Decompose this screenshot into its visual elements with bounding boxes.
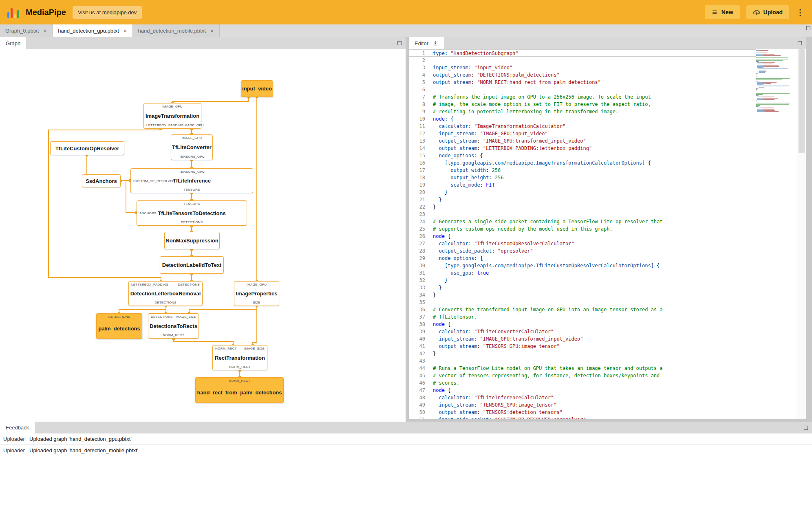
editor-scrollbar[interactable] <box>797 49 806 419</box>
file-tab-Graph_0.pbtxt[interactable]: Graph_0.pbtxt× <box>0 24 53 37</box>
line-number: 20 <box>409 189 425 196</box>
file-tab-hand_detection_gpu.pbtxt[interactable]: hand_detection_gpu.pbtxt× <box>53 24 132 37</box>
code-text: # Runs a TensorFlow Lite model on GPU th… <box>425 365 663 372</box>
tab-editor[interactable]: Editor <box>409 37 444 49</box>
editor-code-area[interactable]: 1type: "HandDetectionSubgraph"23input_st… <box>409 49 806 419</box>
close-icon[interactable]: × <box>43 27 47 34</box>
line-number: 48 <box>409 394 425 401</box>
code-text: node { <box>425 321 450 328</box>
menu-icon <box>711 9 718 15</box>
node-ports: SIZE <box>234 301 279 306</box>
code-text: calculator: "TfLiteConverterCalculator" <box>425 328 554 335</box>
feedback-panel-strip: Feedback <box>0 422 812 433</box>
node-title: DetectionsToRects <box>148 319 199 333</box>
code-text: # Generates a single side packet contain… <box>425 218 663 225</box>
graph-tab-label: Graph <box>6 40 20 46</box>
graph-node-palm_detections[interactable]: DETECTIONSpalm_detections <box>96 313 142 339</box>
port-label: TENSORS <box>183 202 200 206</box>
port-label: DETECTIONS <box>151 315 173 319</box>
line-number: 4 <box>409 71 425 79</box>
code-text: input_stream: "IMAGE_GPU:input_video" <box>425 130 548 137</box>
close-icon[interactable]: × <box>210 27 214 34</box>
code-text: # scores. <box>425 379 459 387</box>
graph-canvas[interactable]: input_videoIMAGE_GPUImageTransformationL… <box>0 49 406 422</box>
line-number: 41 <box>409 343 425 350</box>
node-ports: NORM_RECT <box>213 365 267 370</box>
feedback-source: Uploader <box>3 447 29 453</box>
port-label: NORM_RECT <box>229 365 250 369</box>
graph-node-ImageTransformation[interactable]: IMAGE_GPUImageTransformationLETTERBOX_PA… <box>143 103 201 129</box>
graph-edge-14 <box>253 306 257 345</box>
mediapipe-dev-link[interactable]: mediapipe.dev <box>102 9 137 15</box>
port-label: CUSTOM_OP_RESOLVER <box>133 179 175 183</box>
code-text: node { <box>425 387 450 394</box>
code-line-15: 15 node_options: { <box>409 152 756 159</box>
code-text: # Converts the transformed input image o… <box>425 306 663 313</box>
code-line-1: 1type: "HandDetectionSubgraph" <box>409 49 756 57</box>
line-number: 29 <box>409 255 425 262</box>
node-ports: LETTERBOX_PADDINGDETECTIONS <box>129 282 202 286</box>
code-text: [type.googleapis.com/mediapipe.ImageTran… <box>425 159 651 167</box>
workspace-maximize-icon[interactable] <box>806 26 811 31</box>
new-button[interactable]: New <box>705 5 740 19</box>
port-label: IMAGE_GPU <box>162 105 182 108</box>
line-number: 51 <box>409 416 425 419</box>
feedback-message: Uploaded graph 'hand_detection_mobile.pb… <box>29 447 138 453</box>
node-ports: DETECTIONSIMAGE_SIZE <box>148 314 199 319</box>
tab-feedback[interactable]: Feedback <box>0 422 35 433</box>
graph-node-NonMaxSuppression[interactable]: NonMaxSuppression <box>164 232 220 249</box>
editor-minimap[interactable] <box>756 50 797 419</box>
file-tab-hand_detection_mobile.pbtxt[interactable]: hand_detection_mobile.pbtxt× <box>133 24 220 37</box>
graph-node-SsdAnchors[interactable]: SsdAnchors <box>82 174 121 187</box>
feedback-maximize-icon[interactable] <box>803 425 808 430</box>
code-text: output_stream: "IMAGE_GPU:transformed_in… <box>425 137 586 145</box>
graph-maximize-icon[interactable] <box>397 41 402 46</box>
code-line-34: 34} <box>409 291 756 299</box>
port-label: NORM_RECT <box>215 347 236 350</box>
graph-node-ImageProperties[interactable]: IMAGE_GPUImagePropertiesSIZE <box>234 281 279 306</box>
code-text <box>425 299 433 306</box>
kebab-menu-icon[interactable]: ⋮ <box>796 5 805 19</box>
graph-node-TfLiteCustomOpResolver[interactable]: TfLiteCustomOpResolver <box>50 141 124 155</box>
code-text: node_options: { <box>425 152 483 159</box>
code-line-36: 36# Converts the transformed input image… <box>409 306 756 313</box>
code-line-30: 30 [type.googleapis.com/mediapipe.TfLite… <box>409 262 756 269</box>
code-text: calculator: "TfLiteCustomOpResolverCalcu… <box>425 240 574 247</box>
code-text: input_side_packet: "CUSTOM_OP_RESOLVER:o… <box>425 416 586 419</box>
code-text: input_stream: "input_video" <box>425 64 512 71</box>
code-line-48: 48 calculator: "TfLiteInferenceCalculato… <box>409 394 756 401</box>
graph-node-input_video[interactable]: input_video <box>241 80 273 97</box>
node-ports: IMAGE_GPU <box>234 282 279 286</box>
close-icon[interactable]: × <box>124 27 127 34</box>
code-text: scale_mode: FIT <box>425 181 495 189</box>
upload-button[interactable]: Upload <box>746 5 789 19</box>
line-number: 10 <box>409 115 425 123</box>
code-line-28: 28 output_side_packet: "opresolver" <box>409 247 756 255</box>
line-number: 39 <box>409 328 425 335</box>
port-label: DETECTIONS <box>181 220 203 224</box>
graph-node-TfLiteConverter[interactable]: IMAGE_GPUTfLiteConverterTENSORS_GPU <box>171 134 213 160</box>
graph-node-TfLiteInference[interactable]: TENSORS_GPUTfLiteInferenceTENSORSCUSTOM_… <box>130 168 253 193</box>
code-lines[interactable]: 1type: "HandDetectionSubgraph"23input_st… <box>409 49 756 419</box>
editor-maximize-icon[interactable] <box>797 41 802 46</box>
tab-graph[interactable]: Graph <box>0 37 26 49</box>
port-label: TENSORS_GPU <box>179 170 205 174</box>
code-text: # image, the scale_mode option is set to… <box>425 101 651 108</box>
graph-node-TfLiteTensorsToDetections[interactable]: TENSORSTfLiteTensorsToDetectionsDETECTIO… <box>137 200 247 226</box>
scrollbar-thumb[interactable] <box>799 49 805 153</box>
graph-node-DetectionsToRects[interactable]: DETECTIONSIMAGE_SIZEDetectionsToRectsNOR… <box>148 313 199 339</box>
line-number: 3 <box>409 64 425 71</box>
code-line-39: 39 calculator: "TfLiteConverterCalculato… <box>409 328 756 335</box>
graph-node-hand_rect_from_palm_detections[interactable]: NORM_RECThand_rect_from_palm_detections <box>195 377 284 403</box>
graph-node-RectTransformation[interactable]: NORM_RECTIMAGE_SIZERectTransformationNOR… <box>212 345 267 370</box>
graph-node-DetectionLabelIdToText[interactable]: DetectionLabelIdToText <box>160 256 224 274</box>
code-line-8: 8# image, the scale_mode option is set t… <box>409 101 756 108</box>
port-label: IMAGE_SIZE <box>244 347 265 350</box>
line-number: 40 <box>409 335 425 343</box>
line-number: 34 <box>409 291 425 299</box>
port-label: IMAGE_GPU <box>183 123 203 127</box>
download-icon[interactable] <box>432 40 439 46</box>
code-text: # TfLiteTensor. <box>425 313 477 321</box>
graph-node-DetectionLetterboxRemoval[interactable]: LETTERBOX_PADDINGDETECTIONSDetectionLett… <box>128 281 203 306</box>
code-line-33: 33 } <box>409 284 756 291</box>
